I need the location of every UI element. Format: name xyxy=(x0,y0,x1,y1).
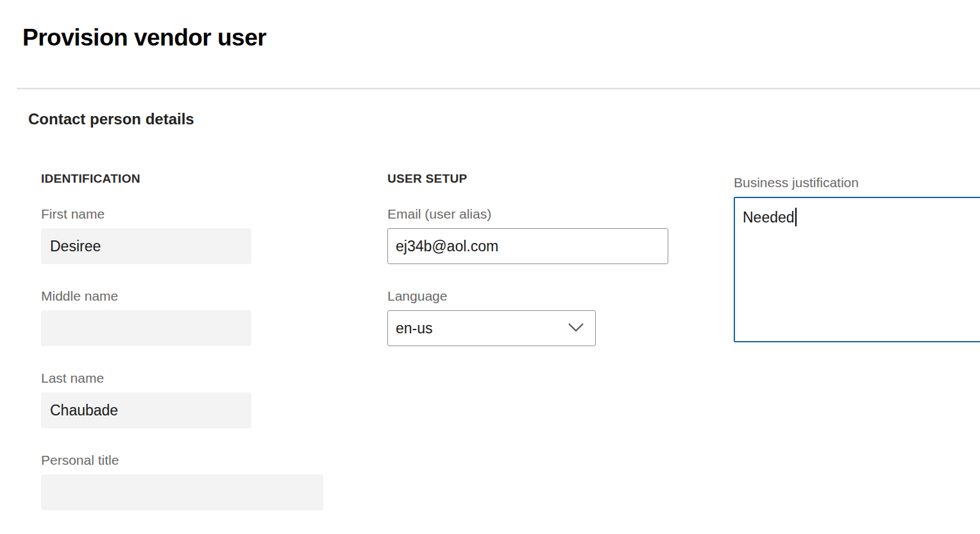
page-title: Provision vendor user xyxy=(22,24,266,51)
last-name-field[interactable]: Chaubade xyxy=(41,392,251,428)
business-justification-value: Needed xyxy=(743,209,795,226)
personal-title-field-group: Personal title xyxy=(41,453,336,510)
first-name-field[interactable]: Desiree xyxy=(41,228,251,264)
header-divider xyxy=(17,88,980,90)
text-cursor xyxy=(795,208,797,226)
business-justification-textarea[interactable]: Needed xyxy=(734,197,980,342)
middle-name-label: Middle name xyxy=(41,288,336,305)
user-setup-header: USER SETUP xyxy=(387,172,682,188)
language-select[interactable]: en-us xyxy=(387,310,596,346)
email-input[interactable] xyxy=(387,228,668,264)
business-justification-group: Business justification Needed xyxy=(734,175,980,342)
chevron-down-icon xyxy=(567,320,585,337)
email-label: Email (user alias) xyxy=(387,206,682,222)
first-name-field-group: First name Desiree xyxy=(41,206,336,264)
identification-header: IDENTIFICATION xyxy=(41,172,336,188)
user-setup-group: USER SETUP Email (user alias) Language e… xyxy=(387,172,682,371)
business-justification-label: Business justification xyxy=(734,175,980,191)
language-field-group: Language en-us xyxy=(387,288,682,346)
middle-name-field[interactable] xyxy=(41,310,251,346)
section-title-contact-person-details: Contact person details xyxy=(28,110,194,128)
personal-title-field[interactable] xyxy=(41,474,323,510)
first-name-value: Desiree xyxy=(50,238,101,255)
personal-title-label: Personal title xyxy=(41,453,336,469)
first-name-label: First name xyxy=(41,206,336,222)
email-field-group: Email (user alias) xyxy=(387,206,682,264)
middle-name-field-group: Middle name xyxy=(41,288,336,346)
last-name-field-group: Last name Chaubade xyxy=(41,371,336,428)
language-selected-value: en-us xyxy=(396,320,433,337)
identification-group: IDENTIFICATION First name Desiree Middle… xyxy=(41,172,336,534)
language-label: Language xyxy=(387,288,682,305)
last-name-label: Last name xyxy=(41,371,336,387)
last-name-value: Chaubade xyxy=(50,402,118,419)
